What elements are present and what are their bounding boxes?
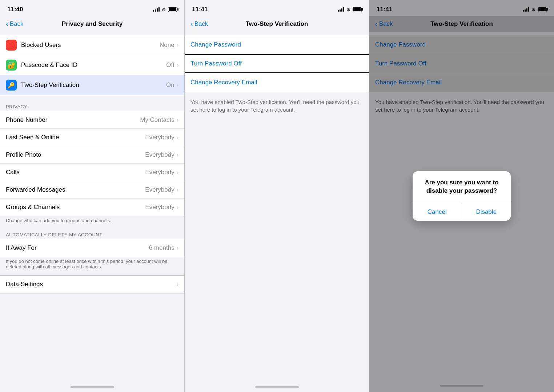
phone-number-title: Phone Number (6, 116, 140, 124)
data-settings-chevron: › (177, 281, 178, 288)
home-bar-1 (71, 386, 114, 388)
delete-section: AUTOMATICALLY DELETE MY ACCOUNT If Away … (0, 229, 184, 275)
turn-password-off-text-2: Turn Password Off (190, 60, 242, 67)
if-away-item[interactable]: If Away For 6 months › (0, 239, 184, 257)
delete-section-label: AUTOMATICALLY DELETE MY ACCOUNT (0, 229, 184, 239)
two-step-title: Two-Step Verification (21, 81, 166, 89)
privacy-section-label: PRIVACY (0, 101, 184, 111)
status-bar-2: 11:41 ⊛ (185, 0, 369, 16)
privacy-section: PRIVACY Phone Number My Contacts › Last … (0, 101, 184, 229)
data-settings-group: Data Settings › (0, 275, 184, 293)
tsv-description-2: You have enabled Two-Step verification. … (185, 92, 369, 119)
last-seen-chevron: › (177, 134, 178, 141)
tsv-group-2: Change Password Turn Password Off Change… (185, 35, 369, 92)
blocked-users-item[interactable]: 🚫 Blocked Users None › (0, 35, 184, 55)
phone-number-item[interactable]: Phone Number My Contacts › (0, 111, 184, 129)
passcode-title: Passcode & Face ID (21, 61, 166, 69)
if-away-chevron: › (177, 245, 178, 251)
back-chevron-2: ‹ (190, 20, 193, 28)
forwarded-messages-title: Forwarded Messages (6, 186, 145, 193)
two-step-icon: 🔑 (6, 80, 17, 91)
change-recovery-item-2[interactable]: Change Recovery Email (185, 73, 369, 92)
battery-icon-2 (353, 7, 362, 12)
nav-header-2: ‹ Back Two-Step Verification (185, 16, 369, 32)
groups-channels-chevron: › (177, 204, 178, 211)
wifi-icon-1: ⊛ (162, 7, 166, 12)
blocked-users-icon: 🚫 (6, 40, 17, 51)
home-indicator-2 (185, 385, 369, 392)
page-title-2: Two-Step Verification (246, 20, 308, 28)
last-seen-item[interactable]: Last Seen & Online Everybody › (0, 129, 184, 146)
status-bar-1: 11:40 ⊛ (0, 0, 184, 16)
passcode-item[interactable]: 🔐 Passcode & Face ID Off › (0, 55, 184, 75)
profile-photo-chevron: › (177, 152, 178, 158)
calls-chevron: › (177, 169, 178, 176)
turn-password-off-item-2[interactable]: Turn Password Off (185, 54, 369, 73)
blocked-users-title: Blocked Users (21, 41, 160, 49)
passcode-value: Off (166, 61, 174, 69)
back-label-1: Back (10, 20, 24, 28)
alert-content: Are you sure you want to disable your pa… (413, 171, 511, 203)
alert-dialog: Are you sure you want to disable your pa… (413, 171, 511, 220)
signal-icon-1 (153, 7, 160, 12)
two-step-value: On (166, 81, 174, 89)
if-away-value: 6 months (149, 244, 174, 252)
privacy-group: Phone Number My Contacts › Last Seen & O… (0, 111, 184, 216)
two-step-item[interactable]: 🔑 Two-Step Verification On › (0, 75, 184, 95)
if-away-title: If Away For (6, 244, 149, 252)
last-seen-title: Last Seen & Online (6, 134, 145, 141)
passcode-chevron: › (177, 62, 178, 68)
nav-header-1: ‹ Back Privacy and Security (0, 16, 184, 32)
signal-icon-2 (338, 7, 344, 12)
modal-overlay: Are you sure you want to disable your pa… (369, 0, 554, 392)
back-button-2[interactable]: ‹ Back (190, 20, 208, 28)
panel-3: 11:41 ⊛ ‹ Back Two-Step Verification Cha… (369, 0, 554, 392)
cancel-button[interactable]: Cancel (413, 203, 462, 221)
last-seen-value: Everybody (145, 134, 174, 141)
profile-photo-item[interactable]: Profile Photo Everybody › (0, 146, 184, 164)
blocked-users-chevron: › (177, 42, 178, 48)
home-bar-2 (255, 386, 299, 388)
data-settings-title: Data Settings (6, 281, 177, 288)
panel-1: 11:40 ⊛ ‹ Back Privacy and Security 🚫 Bl… (0, 0, 185, 392)
status-time-1: 11:40 (7, 6, 23, 13)
battery-icon-1 (168, 7, 177, 12)
profile-photo-value: Everybody (145, 151, 174, 159)
passcode-icon: 🔐 (6, 60, 17, 71)
change-recovery-text-2: Change Recovery Email (190, 79, 257, 86)
status-time-2: 11:41 (192, 6, 208, 13)
groups-channels-title: Groups & Channels (6, 204, 145, 211)
panel-2: 11:41 ⊛ ‹ Back Two-Step Verification Cha… (185, 0, 369, 392)
calls-item[interactable]: Calls Everybody › (0, 164, 184, 181)
change-password-item-2[interactable]: Change Password (185, 35, 369, 54)
change-password-text-2: Change Password (190, 41, 241, 48)
status-icons-2: ⊛ (338, 7, 362, 12)
calls-value: Everybody (145, 169, 174, 176)
back-button-1[interactable]: ‹ Back (6, 20, 23, 28)
two-step-chevron: › (177, 82, 178, 88)
phone-number-chevron: › (177, 117, 178, 123)
groups-channels-value: Everybody (145, 204, 174, 211)
forwarded-messages-value: Everybody (145, 186, 174, 193)
disable-button[interactable]: Disable (462, 203, 511, 221)
profile-photo-title: Profile Photo (6, 151, 145, 159)
blocked-users-value: None (160, 41, 174, 49)
page-title-1: Privacy and Security (62, 20, 123, 28)
data-settings-item[interactable]: Data Settings › (0, 276, 184, 293)
alert-title: Are you sure you want to disable your pa… (418, 179, 505, 195)
delete-group: If Away For 6 months › (0, 239, 184, 257)
status-icons-1: ⊛ (153, 7, 177, 12)
home-indicator-1 (0, 385, 184, 392)
settings-group-1: 🚫 Blocked Users None › 🔐 Passcode & Face… (0, 35, 184, 95)
forwarded-messages-item[interactable]: Forwarded Messages Everybody › (0, 181, 184, 199)
wifi-icon-2: ⊛ (346, 7, 350, 12)
calls-title: Calls (6, 169, 145, 176)
delete-footer: If you do not come online at least once … (0, 257, 184, 275)
back-chevron-1: ‹ (6, 20, 8, 28)
forwarded-messages-chevron: › (177, 187, 178, 193)
back-label-2: Back (194, 20, 208, 28)
privacy-footer: Change who can add you to groups and cha… (0, 216, 184, 229)
phone-number-value: My Contacts (140, 116, 174, 124)
groups-channels-item[interactable]: Groups & Channels Everybody › (0, 199, 184, 216)
alert-buttons: Cancel Disable (413, 203, 511, 221)
